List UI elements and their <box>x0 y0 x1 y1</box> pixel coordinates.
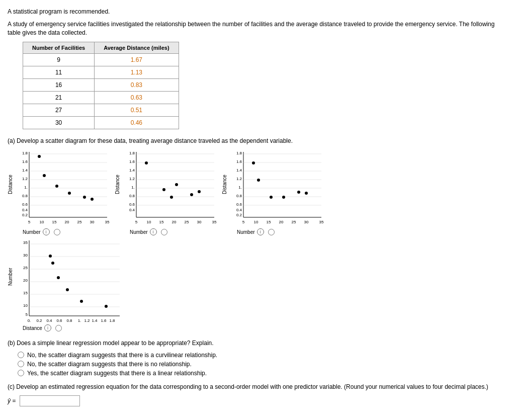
svg-text:1.4: 1.4 <box>22 168 28 173</box>
svg-text:35: 35 <box>319 220 324 224</box>
svg-text:0.2: 0.2 <box>36 318 42 323</box>
svg-point-27 <box>55 185 58 188</box>
part-b-label: (b) Does a simple linear regression mode… <box>8 339 507 348</box>
svg-point-89 <box>282 196 285 199</box>
charts-row-1: Distance 1.8 1.6 1.4 1.2 1. 0.8 0.6 0.4 <box>8 149 507 235</box>
part-b-options: No, the scatter diagram suggests that th… <box>18 352 507 377</box>
svg-text:1.2: 1.2 <box>129 177 135 181</box>
chart1-radio[interactable] <box>54 229 60 235</box>
option2-radio[interactable] <box>18 361 24 367</box>
svg-text:0.6: 0.6 <box>22 202 28 207</box>
svg-text:0.2: 0.2 <box>236 213 242 217</box>
chart2-info-icon[interactable]: i <box>150 228 157 235</box>
chart1-svg: 1.8 1.6 1.4 1.2 1. 0.8 0.6 0.4 0.2 <box>14 149 112 227</box>
chart4-y-label: Number <box>8 238 13 316</box>
svg-text:30: 30 <box>304 220 309 224</box>
svg-text:35: 35 <box>212 220 217 224</box>
table-cell-distance: 0.51 <box>95 104 179 117</box>
svg-point-87 <box>257 179 260 182</box>
svg-point-86 <box>252 161 255 164</box>
svg-text:1.4: 1.4 <box>129 168 135 173</box>
svg-text:1.2: 1.2 <box>236 177 242 181</box>
chart2-y-label: Distance <box>115 149 120 220</box>
svg-point-118 <box>80 300 83 303</box>
svg-point-25 <box>38 155 41 158</box>
svg-text:0.8: 0.8 <box>66 318 72 323</box>
chart3-info-icon[interactable]: i <box>257 228 264 235</box>
svg-point-91 <box>305 192 308 195</box>
svg-text:1.: 1. <box>24 185 28 190</box>
option1-text: No, the scatter diagram suggests that th… <box>27 352 217 359</box>
option2-text: No, the scatter diagram suggests that th… <box>27 361 192 368</box>
col2-header: Average Distance (miles) <box>95 42 179 54</box>
chart1-info-icon[interactable]: i <box>43 228 50 235</box>
intro-line2: A study of emergency service facilities … <box>8 20 507 37</box>
svg-text:5: 5 <box>26 312 28 317</box>
svg-text:10: 10 <box>147 220 151 224</box>
chart3-container: Distance 1.8 1.6 1.4 1.2 1. 0.8 0.6 0.4 … <box>222 149 326 235</box>
svg-text:0.4: 0.4 <box>236 208 242 212</box>
svg-text:1.4: 1.4 <box>236 168 242 173</box>
svg-text:15: 15 <box>159 220 164 224</box>
svg-text:10: 10 <box>254 220 259 224</box>
svg-text:5: 5 <box>135 220 138 224</box>
svg-text:1.6: 1.6 <box>129 159 135 164</box>
svg-point-117 <box>105 305 108 308</box>
part-a-label: (a) Develop a scatter diagram for these … <box>8 137 507 145</box>
table-cell-distance: 1.67 <box>95 54 179 66</box>
option2: No, the scatter diagram suggests that th… <box>18 361 507 368</box>
chart4-radio[interactable] <box>55 325 62 331</box>
svg-text:0.2: 0.2 <box>22 213 28 217</box>
table-cell-facilities: 30 <box>23 117 95 129</box>
svg-point-60 <box>198 190 201 193</box>
chart4-x-label: Distance <box>23 325 42 331</box>
svg-text:1.2: 1.2 <box>84 318 90 323</box>
svg-text:25: 25 <box>77 220 82 224</box>
chart3-x-label: Number <box>237 229 255 235</box>
svg-text:25: 25 <box>292 220 296 224</box>
col1-header: Number of Facilities <box>23 42 95 54</box>
regression-answer-input[interactable] <box>20 395 80 406</box>
svg-text:20: 20 <box>23 278 28 283</box>
svg-text:35: 35 <box>23 240 28 245</box>
svg-text:15: 15 <box>23 291 28 295</box>
option3-text: Yes, the scatter diagram suggests that t… <box>27 370 207 377</box>
svg-point-122 <box>49 255 52 258</box>
option3-radio[interactable] <box>18 370 24 376</box>
svg-text:1.6: 1.6 <box>236 159 242 164</box>
intro-line1: A statistical program is recommended. <box>8 8 507 16</box>
svg-point-57 <box>170 196 173 199</box>
regression-input-row: ŷ = <box>8 395 507 406</box>
table-cell-facilities: 9 <box>23 54 95 66</box>
option1: No, the scatter diagram suggests that th… <box>18 352 507 359</box>
part-c-label: (c) Develop an estimated regression equa… <box>8 383 507 391</box>
svg-text:20: 20 <box>172 220 177 224</box>
svg-text:1.8: 1.8 <box>109 318 115 323</box>
svg-text:5: 5 <box>242 220 245 224</box>
svg-text:1.6: 1.6 <box>101 318 107 323</box>
chart3-y-label: Distance <box>222 149 227 220</box>
y-hat-label: ŷ = <box>8 397 16 404</box>
table-cell-facilities: 16 <box>23 79 95 92</box>
svg-point-88 <box>270 196 273 199</box>
table-cell-distance: 0.46 <box>95 117 179 129</box>
chart4-container: Number 35 30 25 20 15 10 5 <box>8 238 125 331</box>
svg-point-119 <box>66 288 69 291</box>
table-cell-distance: 0.63 <box>95 92 179 104</box>
part-b-section: (b) Does a simple linear regression mode… <box>8 339 507 377</box>
svg-point-59 <box>190 193 193 196</box>
svg-text:0.4: 0.4 <box>22 208 28 212</box>
option1-radio[interactable] <box>18 352 24 358</box>
svg-text:1.8: 1.8 <box>236 151 242 155</box>
table-cell-distance: 1.13 <box>95 66 179 79</box>
svg-text:1.8: 1.8 <box>22 151 28 155</box>
chart2-svg: 1.8 1.6 1.4 1.2 1. 0.8 0.6 0.4 5 <box>121 149 219 227</box>
svg-text:25: 25 <box>185 220 189 224</box>
chart3-radio[interactable] <box>268 229 275 235</box>
svg-text:25: 25 <box>23 266 28 270</box>
svg-text:10: 10 <box>23 303 28 308</box>
svg-text:0.6: 0.6 <box>129 202 135 207</box>
chart4-info-icon[interactable]: i <box>44 324 51 331</box>
chart4-svg: 35 30 25 20 15 10 5 0. 0.2 0.4 <box>14 238 125 323</box>
chart2-radio[interactable] <box>161 229 167 235</box>
